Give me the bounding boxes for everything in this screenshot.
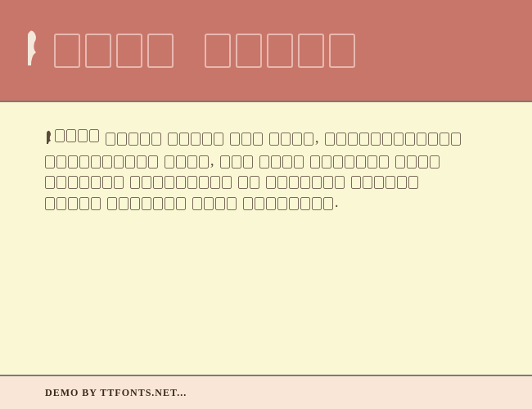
title-word-2 bbox=[205, 34, 355, 68]
page-title bbox=[25, 26, 355, 74]
header-banner bbox=[0, 0, 532, 102]
footer: DEMO BY TTFONTS.NET... bbox=[0, 376, 532, 409]
flame-glyph-icon bbox=[25, 26, 46, 74]
content-area: ,,. bbox=[0, 102, 532, 376]
footer-text: DEMO BY TTFONTS.NET... bbox=[45, 387, 187, 399]
body-paragraph: ,,. bbox=[45, 127, 487, 213]
title-word-1 bbox=[54, 34, 174, 68]
